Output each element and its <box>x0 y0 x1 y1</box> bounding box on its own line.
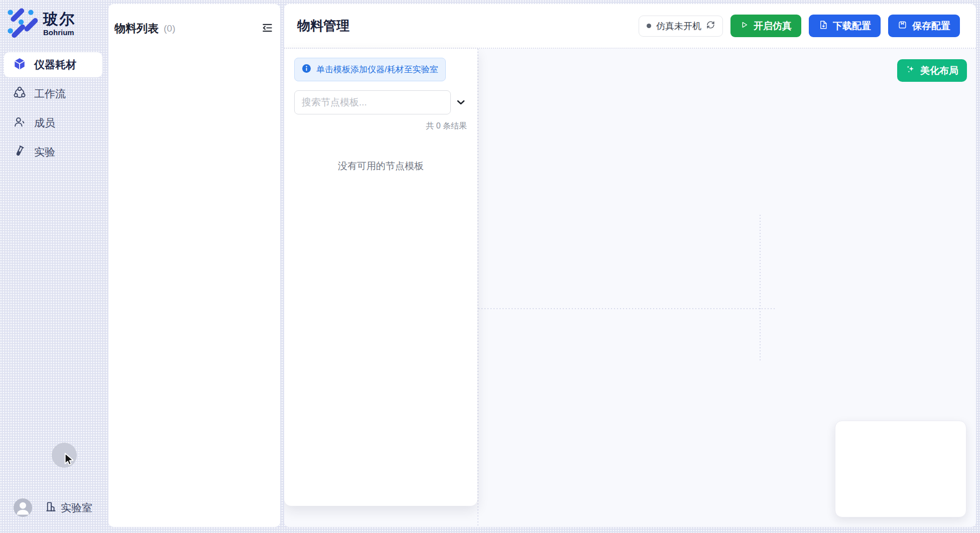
sidebar-item-label: 成员 <box>34 116 55 130</box>
brand-subtitle: Bohrium <box>43 28 75 37</box>
sidebar-item-members[interactable]: 成员 <box>4 110 102 136</box>
status-dot-icon <box>647 24 651 28</box>
refresh-icon[interactable] <box>706 21 715 31</box>
canvas-guide-line <box>760 215 761 361</box>
sparkles-icon <box>906 64 916 77</box>
flow-canvas[interactable]: 单击模板添加仪器/耗材至实验室 共 0 条结果 没有可用的节点模板 <box>284 49 976 527</box>
results-count: 共 0 条结果 <box>294 121 467 131</box>
simulation-status-pill[interactable]: 仿真未开机 <box>639 16 723 37</box>
test-tube-icon <box>13 145 26 160</box>
chevron-down-icon[interactable] <box>454 96 467 109</box>
sidebar-item-label: 实验 <box>34 145 55 159</box>
cube-icon <box>13 57 26 72</box>
brand-name: 玻尔 <box>43 11 75 27</box>
materials-list-title: 物料列表 <box>114 21 159 36</box>
sidebar-item-instruments[interactable]: 仪器耗材 <box>4 52 102 77</box>
members-icon <box>13 115 26 130</box>
canvas-guide-line <box>478 308 776 309</box>
sidebar-nav: 仪器耗材 工作流 成员 <box>4 52 102 169</box>
hint-banner-text: 单击模板添加仪器/耗材至实验室 <box>316 64 438 75</box>
lab-label: 实验室 <box>61 501 92 515</box>
canvas-guide-line <box>477 49 478 527</box>
sidebar-footer-lab[interactable]: 实验室 <box>0 498 108 517</box>
save-config-button[interactable]: 保存配置 <box>888 15 960 37</box>
building-icon <box>45 500 57 515</box>
download-config-button[interactable]: 下载配置 <box>809 15 881 37</box>
node-template-panel: 单击模板添加仪器/耗材至实验室 共 0 条结果 没有可用的节点模板 <box>284 49 477 506</box>
workflow-icon <box>13 86 26 101</box>
sidebar-item-label: 工作流 <box>34 87 66 101</box>
page-title: 物料管理 <box>297 17 349 35</box>
template-search-input[interactable] <box>294 90 451 114</box>
menu-fold-icon[interactable] <box>262 22 273 36</box>
main-panel: 物料管理 仿真未开机 <box>284 4 976 527</box>
empty-templates-text: 没有可用的节点模板 <box>294 160 467 173</box>
hint-banner: 单击模板添加仪器/耗材至实验室 <box>294 58 446 81</box>
sidebar-item-experiment[interactable]: 实验 <box>4 140 102 165</box>
play-icon <box>740 21 749 32</box>
beautify-layout-button[interactable]: 美化布局 <box>897 59 967 82</box>
bohrium-logo-icon <box>5 6 38 41</box>
save-icon <box>898 20 907 32</box>
mouse-cursor-icon <box>62 452 76 469</box>
sidebar-item-workflow[interactable]: 工作流 <box>4 81 102 106</box>
simulation-status-label: 仿真未开机 <box>656 20 701 32</box>
sidebar-item-label: 仪器耗材 <box>34 58 76 72</box>
brand-logo: 玻尔 Bohrium <box>5 6 75 41</box>
file-download-icon <box>818 20 828 32</box>
user-avatar[interactable] <box>14 498 32 517</box>
info-icon <box>302 64 311 75</box>
main-header: 物料管理 仿真未开机 <box>284 4 976 49</box>
materials-list-count: (0) <box>164 23 175 34</box>
materials-list-panel: 物料列表 (0) <box>108 4 280 527</box>
start-simulation-button[interactable]: 开启仿真 <box>730 15 801 37</box>
canvas-minimap[interactable] <box>835 421 966 517</box>
